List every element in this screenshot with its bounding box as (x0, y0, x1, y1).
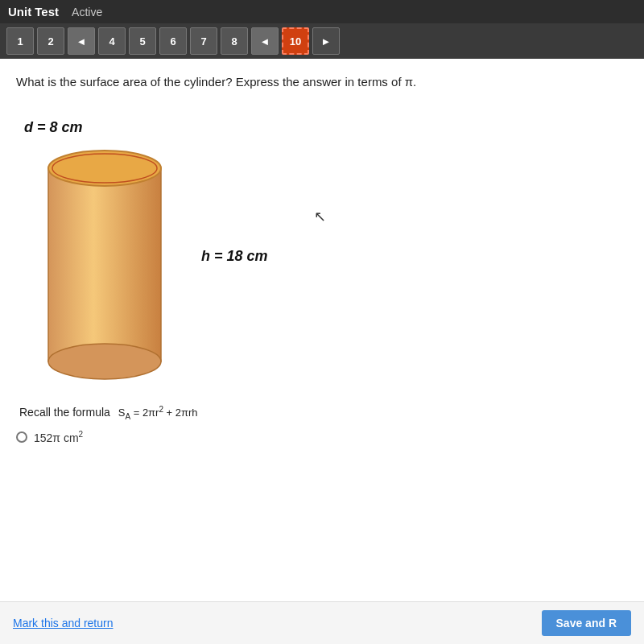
nav-btn-4[interactable]: 4 (98, 27, 126, 55)
status-badge: Active (72, 6, 102, 19)
radio-button-1[interactable] (16, 431, 27, 443)
nav-btn-7[interactable]: 7 (190, 27, 217, 55)
nav-btn-1[interactable]: 1 (6, 27, 34, 55)
question-text: What is the surface area of the cylinder… (16, 73, 628, 92)
nav-btn-5[interactable]: 5 (129, 27, 156, 55)
answer-option-1[interactable]: 152π cm2 (16, 430, 628, 444)
formula-display: SA = 2πr2 + 2πrh (118, 407, 198, 419)
nav-bar: 1 2 ◄ 4 5 6 7 8 ◄ 10 ► (0, 23, 644, 59)
page-title: Unit Test (8, 5, 59, 19)
formula-section: Recall the formula SA = 2πr2 + 2πrh (16, 405, 628, 421)
answer-text-1: 152π cm2 (34, 430, 83, 444)
nav-btn-forward[interactable]: ► (312, 27, 340, 55)
nav-btn-back[interactable]: ◄ (68, 27, 95, 55)
diameter-label: d = 8 cm (24, 119, 172, 136)
nav-btn-10[interactable]: 10 (282, 27, 309, 55)
svg-rect-0 (48, 168, 161, 361)
nav-btn-back2[interactable]: ◄ (251, 27, 279, 55)
save-button[interactable]: Save and R (542, 610, 631, 636)
diagram-area: d = 8 cm (24, 103, 628, 389)
nav-btn-8[interactable]: 8 (221, 27, 248, 55)
main-content: What is the surface area of the cylinder… (0, 59, 644, 457)
cylinder-diagram (24, 136, 185, 386)
nav-btn-2[interactable]: 2 (37, 27, 64, 55)
header-bar: Unit Test Active (0, 0, 644, 23)
svg-point-1 (48, 344, 161, 379)
mark-return-link[interactable]: Mark this and return (13, 617, 114, 630)
height-label: h = 18 cm (201, 248, 268, 265)
formula-prefix: Recall the formula (19, 406, 110, 419)
svg-point-2 (48, 151, 161, 186)
nav-btn-6[interactable]: 6 (159, 27, 187, 55)
bottom-bar: Mark this and return Save and R (0, 601, 644, 644)
